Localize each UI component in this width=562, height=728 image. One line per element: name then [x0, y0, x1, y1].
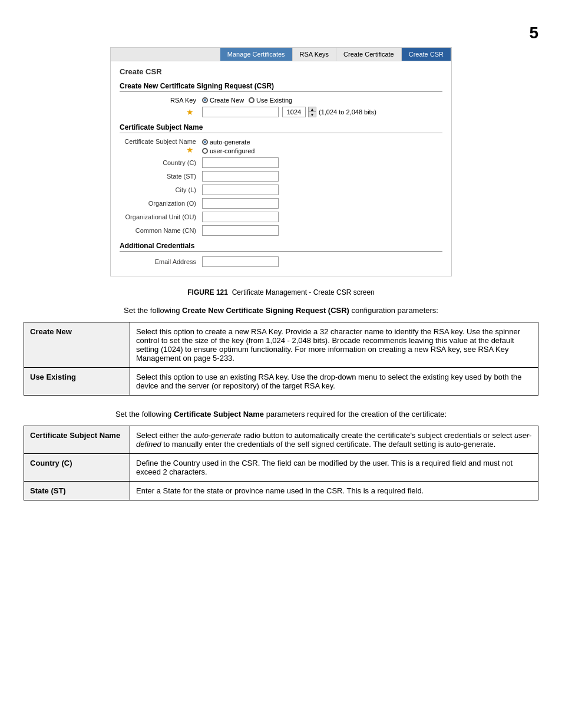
figure-title: Certificate Management - Create CSR scre… [232, 288, 375, 297]
org-input[interactable] [202, 198, 279, 209]
create-new-dot [202, 97, 208, 103]
user-configured-radio[interactable]: user-configured [202, 147, 254, 154]
use-existing-label: Use Existing [24, 368, 130, 396]
rsa-key-input-row: ★ ▲ ▼ (1,024 to 2,048 bits) [120, 107, 442, 117]
cert-subject-row: Certificate Subject Name ★ auto-generate… [120, 138, 442, 154]
state-input[interactable] [202, 171, 279, 182]
tab-create-certificate[interactable]: Create Certificate [336, 48, 402, 61]
required-star-icon: ★ [186, 107, 194, 117]
figure-number: FIGURE 121 [187, 288, 228, 297]
rsa-key-label: RSA Key [120, 97, 202, 104]
city-input[interactable] [202, 185, 279, 195]
cn-label: Common Name (CN) [120, 227, 202, 234]
ou-input[interactable] [202, 212, 279, 222]
additional-credentials-header: Additional Credentials [120, 242, 442, 252]
screenshot-area: Manage Certificates RSA Keys Create Cert… [110, 47, 452, 276]
country-input[interactable] [202, 157, 279, 168]
country-row: Country (C) [120, 157, 442, 168]
spinner-buttons: ▲ ▼ [308, 107, 316, 117]
table-row: Create New Select this option to create … [24, 322, 538, 368]
rsa-size-input[interactable] [282, 107, 306, 117]
spinner-down[interactable]: ▼ [309, 112, 316, 117]
tab-rsa-keys[interactable]: RSA Keys [293, 48, 337, 61]
set-following-1: Set the following Create New Certificate… [24, 306, 538, 315]
cert-subject-name-desc: Select either the auto-generate radio bu… [130, 426, 538, 454]
section-csr-header: Create New Certificate Signing Request (… [120, 82, 442, 92]
param-table-2: Certificate Subject Name Select either t… [24, 426, 538, 500]
table-row: Country (C) Define the Country used in t… [24, 454, 538, 482]
subject-required-star: ★ [186, 145, 194, 154]
rsa-range-text: (1,024 to 2,048 bits) [319, 108, 376, 116]
country-label: Country (C) [120, 159, 202, 166]
email-input[interactable] [202, 256, 279, 267]
user-configured-dot [202, 148, 208, 154]
create-new-radio[interactable]: Create New [202, 97, 244, 104]
use-existing-desc: Select this option to use an existing RS… [130, 368, 538, 396]
email-label: Email Address [120, 258, 202, 265]
country-c-label: Country (C) [24, 454, 130, 482]
spinner-up[interactable]: ▲ [309, 107, 316, 112]
form-title: Create CSR [120, 67, 442, 76]
state-st-desc: Enter a State for the state or province … [130, 482, 538, 500]
param-table-1: Create New Select this option to create … [24, 322, 538, 396]
tab-bar: Manage Certificates RSA Keys Create Cert… [111, 48, 451, 61]
country-c-desc: Define the Country used in the CSR. The … [130, 454, 538, 482]
required-star-label: ★ [120, 107, 202, 117]
state-row: State (ST) [120, 171, 442, 182]
state-st-label: State (ST) [24, 482, 130, 500]
section-subject-header: Certificate Subject Name [120, 123, 442, 133]
page-number: 5 [529, 24, 538, 42]
figure-caption: FIGURE 121 Certificate Management - Crea… [24, 288, 538, 297]
table-row: State (ST) Enter a State for the state o… [24, 482, 538, 500]
set-following-2: Set the following Certificate Subject Na… [24, 410, 538, 419]
ou-row: Organizational Unit (OU) [120, 212, 442, 222]
ou-label: Organizational Unit (OU) [120, 213, 202, 220]
cert-subject-label: Certificate Subject Name ★ [120, 138, 202, 154]
use-existing-radio[interactable]: Use Existing [249, 97, 292, 104]
email-row: Email Address [120, 256, 442, 267]
auto-generate-dot [202, 139, 208, 145]
org-label: Organization (O) [120, 200, 202, 207]
tab-manage-certificates[interactable]: Manage Certificates [220, 48, 293, 61]
cn-input[interactable] [202, 225, 279, 236]
rsa-key-row: RSA Key Create New Use Existing [120, 97, 442, 104]
auto-generate-radio[interactable]: auto-generate [202, 139, 254, 146]
cn-row: Common Name (CN) [120, 225, 442, 236]
form-area: Create CSR Create New Certificate Signin… [111, 61, 451, 276]
tab-create-csr[interactable]: Create CSR [402, 48, 451, 61]
cert-subject-name-label: Certificate Subject Name [24, 426, 130, 454]
city-row: City (L) [120, 185, 442, 195]
rsa-radio-group: Create New Use Existing [202, 97, 292, 104]
table-row: Use Existing Select this option to use a… [24, 368, 538, 396]
org-row: Organization (O) [120, 198, 442, 209]
table-row: Certificate Subject Name Select either t… [24, 426, 538, 454]
rsa-key-input[interactable] [202, 107, 279, 117]
state-label: State (ST) [120, 173, 202, 180]
rsa-spinner-group: ▲ ▼ (1,024 to 2,048 bits) [282, 107, 376, 117]
city-label: City (L) [120, 186, 202, 193]
use-existing-dot [249, 97, 254, 103]
create-new-label: Create New [24, 322, 130, 368]
create-new-desc: Select this option to create a new RSA K… [130, 322, 538, 368]
